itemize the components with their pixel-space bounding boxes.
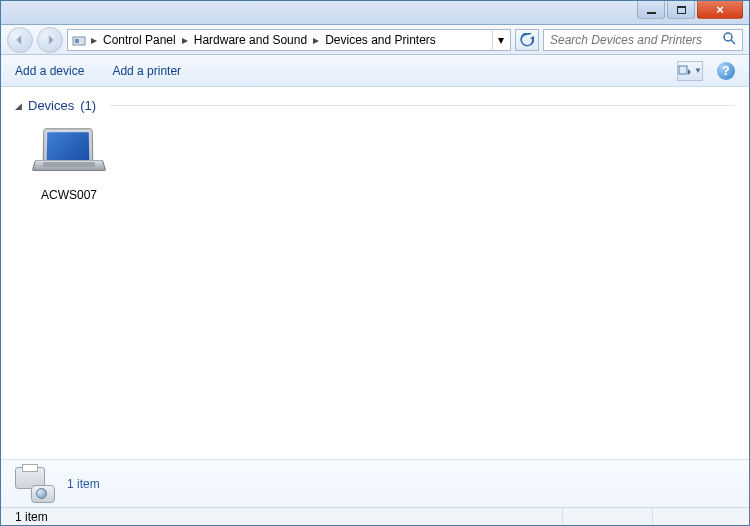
svg-line-3 xyxy=(731,40,735,44)
navigation-bar: ▸ Control Panel ▸ Hardware and Sound ▸ D… xyxy=(1,25,749,55)
laptop-icon xyxy=(33,126,105,184)
address-dropdown-button[interactable]: ▾ xyxy=(492,30,508,50)
location-icon xyxy=(70,32,88,48)
chevron-down-icon: ▼ xyxy=(694,66,702,75)
refresh-button[interactable] xyxy=(515,29,539,51)
svg-rect-1 xyxy=(75,39,79,43)
device-label: ACWS007 xyxy=(41,188,97,202)
nav-forward-button[interactable] xyxy=(37,27,63,53)
view-options-button[interactable]: ▼ xyxy=(677,61,703,81)
details-pane: 1 item xyxy=(1,459,749,507)
chevron-right-icon[interactable]: ▸ xyxy=(179,33,191,47)
view-icon xyxy=(678,65,692,77)
breadcrumb[interactable]: Hardware and Sound xyxy=(191,30,310,50)
collapse-icon: ◢ xyxy=(15,101,22,111)
window-minimize-button[interactable] xyxy=(637,1,665,19)
section-divider xyxy=(110,105,735,106)
breadcrumb[interactable]: Control Panel xyxy=(100,30,179,50)
help-button[interactable]: ? xyxy=(717,62,735,80)
search-input[interactable] xyxy=(550,33,723,47)
breadcrumb[interactable]: Devices and Printers xyxy=(322,30,439,50)
chevron-right-icon[interactable]: ▸ xyxy=(88,33,100,47)
details-summary: 1 item xyxy=(67,477,100,491)
command-bar: Add a device Add a printer ▼ ? xyxy=(1,55,749,87)
device-list: ACWS007 xyxy=(15,116,735,212)
address-bar[interactable]: ▸ Control Panel ▸ Hardware and Sound ▸ D… xyxy=(67,29,511,51)
window-titlebar: × xyxy=(1,1,749,25)
window-close-button[interactable]: × xyxy=(697,1,743,19)
add-device-button[interactable]: Add a device xyxy=(15,64,84,78)
status-bar: 1 item xyxy=(1,507,749,525)
refresh-icon xyxy=(520,33,534,47)
devices-printers-icon xyxy=(13,465,55,503)
nav-back-button[interactable] xyxy=(7,27,33,53)
add-printer-button[interactable]: Add a printer xyxy=(112,64,181,78)
content-area: ◢ Devices (1) ACWS007 xyxy=(1,87,749,459)
section-header-devices[interactable]: ◢ Devices (1) xyxy=(15,95,735,116)
search-box[interactable] xyxy=(543,29,743,51)
window-maximize-button[interactable] xyxy=(667,1,695,19)
status-text: 1 item xyxy=(7,508,563,525)
close-icon: × xyxy=(716,3,724,16)
search-icon xyxy=(723,32,736,48)
chevron-right-icon[interactable]: ▸ xyxy=(310,33,322,47)
svg-rect-4 xyxy=(679,66,687,74)
status-cell xyxy=(563,508,653,525)
device-item[interactable]: ACWS007 xyxy=(19,126,119,202)
section-title: Devices xyxy=(28,98,74,113)
svg-point-2 xyxy=(724,33,732,41)
status-cell xyxy=(653,508,743,525)
section-count: (1) xyxy=(80,98,96,113)
help-icon: ? xyxy=(722,64,729,78)
